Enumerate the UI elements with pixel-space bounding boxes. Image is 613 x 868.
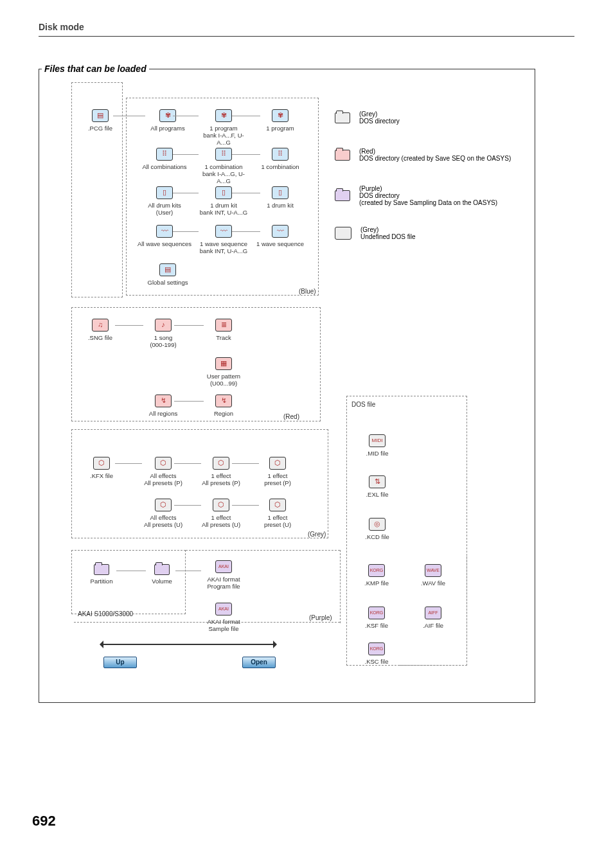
file-icon: AKAI <box>215 560 232 573</box>
file-icon: 〰 <box>215 225 232 238</box>
folder-icon <box>335 190 350 201</box>
diagram-container: Files that can be loaded (Grey)DOS direc… <box>39 69 535 703</box>
pcg-color: (Blue) <box>299 288 316 295</box>
dos-aif: AIFF .AIF file <box>418 607 448 630</box>
legend-purple-dir: (Purple)DOS directory (created by Save S… <box>335 185 497 206</box>
akai-sample-file: AKAI AKAI format Sample file <box>200 603 247 633</box>
kfx-preset-u: ⬡ 1 effect preset (U) <box>258 499 298 529</box>
kfx-1fx-p: ⬡ 1 effect All presets (P) <box>199 457 244 487</box>
file-icon: ⬡ <box>93 457 110 470</box>
file-icon: AIFF <box>425 607 441 619</box>
file-icon: ⇅ <box>369 475 386 488</box>
file-icon: ▯ <box>215 186 232 199</box>
dos-kcd: ◎ .KCD file <box>362 518 393 541</box>
pcg-all-combis: ⠿ All combinations <box>139 148 190 171</box>
pcg-waveseq-bank: 〰 1 wave sequence bank INT, U-A...G <box>197 225 251 255</box>
dos-exl: ⇅ .EXL file <box>362 475 393 499</box>
folder-icon <box>154 564 170 575</box>
file-icon: ◎ <box>369 518 386 531</box>
folder-icon <box>335 150 350 161</box>
pcg-all-waveseq: 〰 All wave sequences <box>134 225 195 248</box>
dos-title: DOS file <box>351 401 375 408</box>
file-icon: ≣ <box>215 319 232 332</box>
file-icon: AKAI <box>215 603 232 616</box>
file-icon: ↯ <box>215 394 232 407</box>
pcg-combi-bank: ⠿ 1 combination bank I-A...G, U-A...G <box>197 148 251 185</box>
pcg-1-combi: ⠿ 1 combination <box>258 148 303 171</box>
file-icon: ▤ <box>92 109 109 122</box>
file-icon: ⠿ <box>156 148 173 161</box>
file-icon: ⬡ <box>269 499 286 511</box>
sng-root: ♫ .SNG file <box>85 319 115 342</box>
file-icon: ▦ <box>215 357 232 370</box>
file-icon: ✾ <box>215 109 232 122</box>
file-icon: ▯ <box>272 186 289 199</box>
dos-kmp: KORG .KMP file <box>360 564 393 587</box>
file-icon: 〰 <box>156 225 173 238</box>
sng-1song: ♪ 1 song (000-199) <box>144 319 182 349</box>
folder-icon <box>94 564 109 575</box>
dos-ksc: KORG .KSC file <box>362 642 391 666</box>
pcg-all-programs: ✾ All programs <box>145 109 190 132</box>
pcg-1-drumkit: ▯ 1 drum kit <box>261 186 299 209</box>
file-icon: KORG <box>368 564 385 577</box>
file-icon: 〰 <box>272 225 289 238</box>
file-icon: ⬡ <box>155 457 172 470</box>
file-icon: ▤ <box>159 263 176 276</box>
pcg-prog-bank: ✾ 1 program bank I-A...F, U-A...G <box>197 109 251 146</box>
open-button[interactable]: Open <box>242 657 276 668</box>
arrow-right <box>101 644 276 645</box>
sng-user-pattern: ▦ User pattern (U00...99) <box>202 357 245 387</box>
sng-all-regions: ↯ All regions <box>144 394 182 418</box>
pcg-all-drumkits: ▯ All drum kits (User) <box>142 186 187 217</box>
kfx-preset-p: ⬡ 1 effect preset (P) <box>258 457 298 487</box>
pcg-drumkit-bank: ▯ 1 drum kit bank INT, U-A...G <box>197 186 251 217</box>
page-number: 692 <box>32 813 56 829</box>
file-icon: ⠿ <box>215 148 232 161</box>
kfx-allfx-p: ⬡ All effects All presets (P) <box>141 457 186 487</box>
file-icon: MIDI <box>369 434 386 447</box>
kfx-root: ⬡ .KFX file <box>87 457 116 480</box>
akai-volume: Volume <box>146 564 178 585</box>
legend-grey-file: (Grey)Undefined DOS file <box>335 226 416 240</box>
file-icon: ⬡ <box>269 457 286 470</box>
up-button[interactable]: Up <box>103 657 137 668</box>
dos-wav: WAVE .WAV file <box>417 564 449 587</box>
diagram-title: Files that can be loaded <box>42 64 149 74</box>
pcg-1-program: ✾ 1 program <box>261 109 299 132</box>
file-icon: ▯ <box>156 186 173 199</box>
file-icon: ✾ <box>272 109 289 122</box>
sng-color: (Red) <box>283 413 299 420</box>
kfx-allfx-u: ⬡ All effects All presets (U) <box>141 499 186 529</box>
akai-partition: Partition <box>85 564 118 585</box>
akai-program-file: AKAI AKAI format Program file <box>200 560 247 590</box>
akai-top <box>186 550 340 551</box>
file-icon: ♪ <box>155 319 172 332</box>
page-header: Disk mode <box>39 22 574 37</box>
sng-track: ≣ Track <box>204 319 243 342</box>
file-icon <box>335 227 351 240</box>
file-icon: ⬡ <box>155 499 172 511</box>
pcg-root: ▤ .PCG file <box>87 109 113 132</box>
dos-ksf: KORG .KSF file <box>362 607 391 630</box>
akai-vert <box>340 550 341 623</box>
akai-color: (Purple) <box>309 614 332 621</box>
file-icon: WAVE <box>425 564 441 577</box>
file-icon: ⬡ <box>213 457 229 470</box>
pcg-1-waveseq: 〰 1 wave sequence <box>254 225 306 248</box>
pcg-global: ▤ Global settings <box>142 263 193 287</box>
kfx-1fx-u: ⬡ 1 effect All presets (U) <box>199 499 244 529</box>
kfx-color: (Grey) <box>308 531 326 538</box>
file-icon: KORG <box>368 607 385 619</box>
file-icon: ⬡ <box>213 499 229 511</box>
akai-section: AKAI S1000/S3000 <box>78 610 133 617</box>
file-icon: KORG <box>368 642 385 655</box>
file-icon: ↯ <box>155 394 172 407</box>
legend-red-dir: (Red)DOS directory (created by Save SEQ … <box>335 148 511 162</box>
dos-mid: MIDI .MID file <box>362 434 393 457</box>
sng-region: ↯ Region <box>204 394 243 418</box>
file-icon: ⠿ <box>272 148 289 161</box>
file-icon: ♫ <box>92 319 109 332</box>
legend-grey-dir: (Grey)DOS directory <box>335 111 400 125</box>
folder-icon <box>335 112 350 123</box>
